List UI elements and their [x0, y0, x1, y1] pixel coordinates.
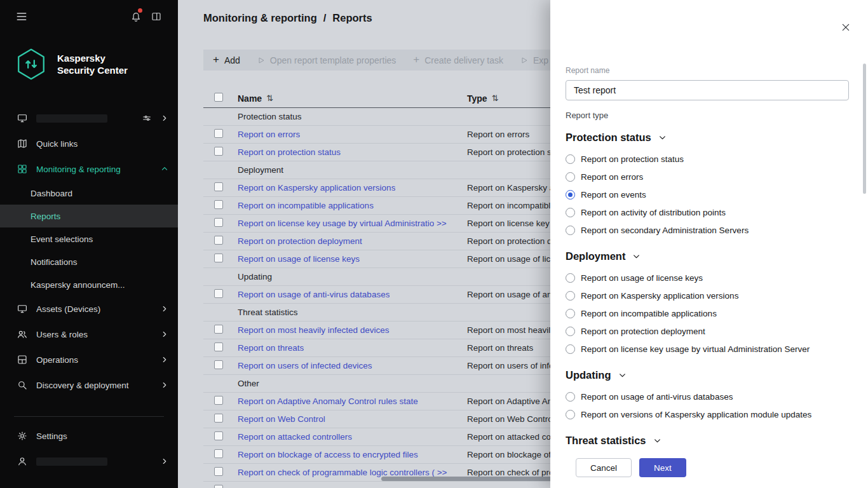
report-name-link[interactable]: Report on usage of anti-virus databases	[238, 290, 390, 299]
radio-button[interactable]	[566, 344, 575, 354]
sidebar-item-reports[interactable]: Reports	[0, 205, 178, 227]
report-type-option[interactable]: Report on usage of license keys	[566, 269, 849, 287]
sidebar-item-event-selections[interactable]: Event selections	[0, 227, 178, 250]
report-type-option[interactable]: Report on protection deployment	[566, 322, 849, 340]
radio-button[interactable]	[566, 291, 575, 301]
sidebar-item-server[interactable]	[0, 105, 178, 131]
radio-button[interactable]	[566, 190, 575, 200]
sidebar-item-label: Settings	[36, 431, 169, 441]
report-type-option[interactable]: Report on events	[566, 186, 849, 203]
sidebar-item-label: Quick links	[36, 139, 169, 149]
sidebar-item-user-account[interactable]	[0, 449, 178, 474]
notifications-bell-button[interactable]	[126, 6, 146, 27]
sidebar-item-notifications[interactable]: Notifications	[0, 250, 178, 273]
report-name-link[interactable]: Report on Kaspersky application versions	[238, 183, 395, 193]
report-type-option[interactable]: Report on protection status	[566, 150, 849, 168]
report-name-link[interactable]: Report on errors	[238, 130, 300, 139]
notification-dot	[138, 8, 142, 13]
report-name-link[interactable]: Report on check of programmable logic co…	[238, 468, 435, 477]
row-checkbox[interactable]	[214, 449, 223, 458]
hamburger-menu-button[interactable]	[11, 6, 32, 27]
report-name-link[interactable]: Report on license key usage by virtual A…	[238, 219, 434, 228]
export-report-label: Exp	[533, 55, 548, 65]
radio-button[interactable]	[566, 226, 575, 235]
report-type-option[interactable]: Report on Kaspersky application versions	[566, 287, 849, 304]
report-name-link[interactable]: Report on threats	[238, 343, 304, 353]
radio-button[interactable]	[566, 154, 575, 164]
radio-button[interactable]	[566, 392, 575, 402]
report-name-link[interactable]: Report on incompatible applications	[238, 201, 374, 210]
sort-icon[interactable]: ⇅	[266, 93, 273, 103]
report-type-option[interactable]: Report on errors	[566, 168, 849, 186]
create-delivery-task-button[interactable]: + Create delivery task	[413, 55, 503, 65]
report-name-input[interactable]	[566, 80, 849, 100]
report-name-link[interactable]: Report on Adaptive Anomaly Control rules…	[238, 396, 418, 406]
radio-button[interactable]	[566, 273, 575, 283]
row-checkbox[interactable]	[214, 147, 223, 156]
close-panel-button[interactable]	[839, 20, 853, 34]
section-header[interactable]: Protection status	[566, 132, 849, 144]
sidebar-item-discovery-deployment[interactable]: Discovery & deployment	[0, 372, 178, 398]
cancel-button[interactable]: Cancel	[576, 458, 632, 477]
report-name-link[interactable]: Report on Web Control	[238, 414, 325, 424]
sidebar-item-kaspersky-announcements[interactable]: Kaspersky announcem...	[0, 273, 178, 296]
report-name-link[interactable]: Report on protection deployment	[238, 236, 362, 246]
row-checkbox[interactable]	[214, 218, 223, 227]
report-type-option[interactable]: Report on secondary Administration Serve…	[566, 221, 849, 239]
row-checkbox[interactable]	[214, 200, 223, 209]
report-name-link[interactable]: Report on blockage of access to encrypte…	[238, 450, 418, 459]
select-all-checkbox[interactable]	[214, 93, 223, 102]
row-checkbox[interactable]	[214, 485, 223, 488]
sidebar-item-settings[interactable]: Settings	[0, 423, 178, 449]
radio-button[interactable]	[566, 327, 575, 336]
breadcrumb-monitoring[interactable]: Monitoring & reporting	[203, 12, 317, 24]
radio-button[interactable]	[566, 208, 575, 217]
row-checkbox[interactable]	[214, 236, 223, 245]
sort-icon[interactable]: ⇅	[492, 93, 499, 103]
report-type-option[interactable]: Report on license key usage by virtual A…	[566, 340, 849, 358]
sliders-icon[interactable]	[142, 113, 152, 123]
radio-button[interactable]	[566, 309, 575, 318]
radio-button[interactable]	[566, 410, 575, 419]
report-type-option[interactable]: Report on usage of anti-virus databases	[566, 388, 849, 405]
report-name-link[interactable]: Report on users of infected devices	[238, 361, 372, 370]
side-panel-toggle-button[interactable]	[146, 6, 166, 27]
row-checkbox[interactable]	[214, 431, 223, 440]
section-header[interactable]: Deployment	[566, 250, 849, 262]
export-report-button[interactable]: Exp	[520, 55, 548, 65]
sidebar-item-monitoring-reporting[interactable]: Monitoring & reporting	[0, 156, 178, 182]
report-name-link[interactable]: Report on most heavily infected devices	[238, 325, 390, 335]
row-checkbox[interactable]	[214, 342, 223, 351]
report-type-option[interactable]: Report on activity of distribution point…	[566, 203, 849, 221]
report-type-option[interactable]: Report on versions of Kaspersky applicat…	[566, 405, 849, 423]
row-checkbox[interactable]	[214, 325, 223, 334]
sidebar-item-dashboard[interactable]: Dashboard	[0, 182, 178, 205]
row-checkbox[interactable]	[214, 254, 223, 262]
row-checkbox[interactable]	[214, 360, 223, 369]
sidebar-item-users-roles[interactable]: Users & roles	[0, 322, 178, 347]
name-column-header[interactable]: Name	[238, 93, 262, 104]
panel-vertical-scrollbar[interactable]	[863, 64, 866, 194]
truncation-indicator[interactable]: >>	[434, 219, 447, 228]
row-checkbox[interactable]	[214, 129, 223, 138]
open-report-template-properties-button[interactable]: Open report template properties	[257, 55, 396, 65]
row-checkbox[interactable]	[214, 414, 223, 423]
row-checkbox[interactable]	[214, 182, 223, 191]
sidebar-item-quick-links[interactable]: Quick links	[0, 131, 178, 156]
truncation-indicator[interactable]: >>	[435, 468, 447, 477]
section-header[interactable]: Updating	[566, 369, 849, 381]
row-checkbox[interactable]	[214, 396, 223, 405]
sidebar-item-operations[interactable]: Operations	[0, 347, 178, 372]
row-checkbox[interactable]	[214, 289, 223, 298]
report-type-option[interactable]: Report on incompatible applications	[566, 304, 849, 322]
next-button[interactable]: Next	[639, 458, 686, 477]
type-column-header[interactable]: Type	[467, 93, 487, 104]
report-name-link[interactable]: Report on protection status	[238, 147, 341, 157]
report-name-link[interactable]: Report on attacked controllers	[238, 432, 352, 442]
sidebar-item-assets-devices[interactable]: Assets (Devices)	[0, 296, 178, 322]
section-header[interactable]: Threat statistics	[566, 435, 849, 447]
row-checkbox[interactable]	[214, 467, 223, 476]
report-name-link[interactable]: Report on usage of license keys	[238, 254, 360, 264]
radio-button[interactable]	[566, 172, 575, 182]
add-report-button[interactable]: + Add	[213, 55, 240, 65]
